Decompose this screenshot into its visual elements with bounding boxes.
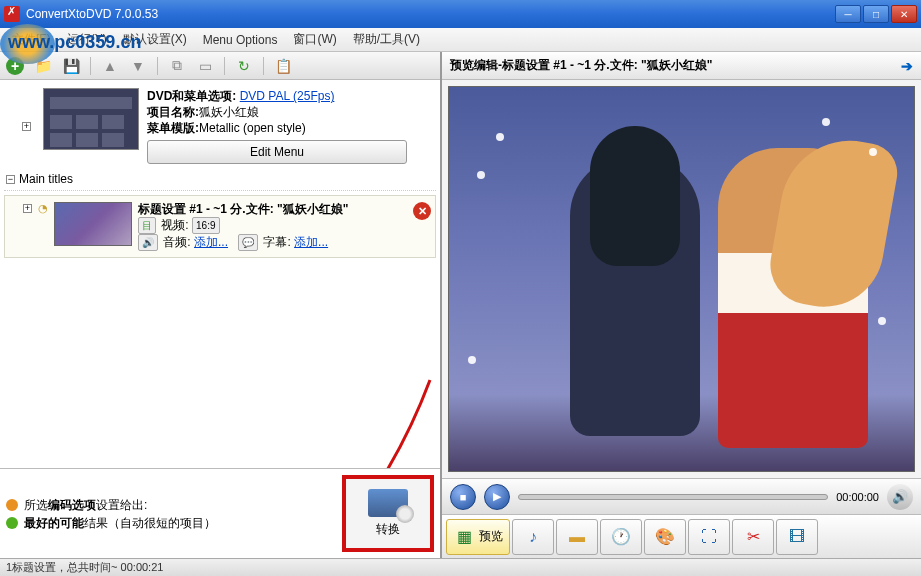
- preview-image: [449, 87, 914, 471]
- convert-button[interactable]: 转换: [342, 475, 434, 552]
- video-label: 视频:: [161, 218, 188, 232]
- move-down-icon[interactable]: ▼: [129, 57, 147, 75]
- preview-tabbar: ▦ 预览 ♪ ▬ 🕐 🎨 ⛶ ✂ 🎞: [442, 514, 921, 558]
- tab-image[interactable]: 🎨: [644, 519, 686, 555]
- move-up-icon[interactable]: ▲: [101, 57, 119, 75]
- subtitle-add-link[interactable]: 添加...: [294, 235, 328, 249]
- menu-window[interactable]: 窗口(W): [285, 28, 344, 51]
- add-button[interactable]: +: [6, 57, 24, 75]
- clock-icon: 🕐: [610, 526, 632, 548]
- batch-icon[interactable]: ▭: [196, 57, 214, 75]
- right-pane: 预览编辑-标题设置 #1 - ~1 分.文件: "狐妖小红娘" ➔ ■ ▶ 00…: [442, 52, 921, 558]
- dvd-format-link[interactable]: DVD PAL (25Fps): [240, 89, 335, 103]
- subtitle-label: 字幕:: [263, 235, 290, 249]
- maximize-button[interactable]: □: [863, 5, 889, 23]
- menu-template-label: 菜单模版:: [147, 121, 199, 135]
- tab-video[interactable]: 🎞: [776, 519, 818, 555]
- convert-icon: [368, 489, 408, 517]
- output-icon: ⛶: [698, 526, 720, 548]
- close-button[interactable]: ✕: [891, 5, 917, 23]
- volume-button[interactable]: 🔊: [887, 484, 913, 510]
- stop-button[interactable]: ■: [450, 484, 476, 510]
- tab-chapters[interactable]: 🕐: [600, 519, 642, 555]
- titlebar: ConvertXtoDVD 7.0.0.53 ─ □ ✕: [0, 0, 921, 28]
- tab-preview[interactable]: ▦ 预览: [446, 519, 510, 555]
- tool-icon[interactable]: 📋: [274, 57, 292, 75]
- menu-options[interactable]: Menu Options: [195, 30, 286, 50]
- time-display: 00:00:00: [836, 491, 879, 503]
- menu-thumbnail[interactable]: [43, 88, 139, 150]
- image-settings-icon: 🎨: [654, 526, 676, 548]
- edit-menu-button[interactable]: Edit Menu: [147, 140, 407, 164]
- tab-audio[interactable]: ♪: [512, 519, 554, 555]
- main-titles-label: Main titles: [19, 172, 73, 186]
- statusbar: 1标题设置，总共时间~ 00:00:21: [0, 558, 921, 576]
- audio-add-link[interactable]: 添加...: [194, 235, 228, 249]
- preview-area[interactable]: [448, 86, 915, 472]
- subtitle-icon: ▬: [566, 526, 588, 548]
- project-name-label: 项目名称:: [147, 105, 199, 119]
- expand-dvd[interactable]: +: [22, 122, 31, 131]
- menu-help[interactable]: 帮助/工具(V): [345, 28, 428, 51]
- status-dot-green: [6, 517, 18, 529]
- menu-defaults[interactable]: 默认设置(X): [115, 28, 195, 51]
- title-thumbnail[interactable]: [54, 202, 132, 246]
- expand-title[interactable]: +: [23, 204, 32, 213]
- window-title: ConvertXtoDVD 7.0.0.53: [26, 7, 835, 21]
- menubar: 文件[F) 运行(Y) 默认设置(X) Menu Options 窗口(W) 帮…: [0, 28, 921, 52]
- preview-title: 预览编辑-标题设置 #1 - ~1 分.文件: "狐妖小红娘": [450, 57, 712, 74]
- project-tree: + DVD和菜单选项: DVD PAL (25Fps) 项目名称:狐妖小红娘 菜…: [0, 80, 440, 468]
- video-badge-icon: 目: [138, 217, 156, 234]
- next-arrow-icon[interactable]: ➔: [901, 58, 913, 74]
- preview-header: 预览编辑-标题设置 #1 - ~1 分.文件: "狐妖小红娘" ➔: [442, 52, 921, 80]
- merge-icon[interactable]: ⧉: [168, 57, 186, 75]
- preview-tab-icon: ▦: [453, 526, 475, 548]
- title-header: 标题设置 #1 - ~1 分.文件: "狐妖小红娘": [138, 202, 348, 216]
- open-folder-icon[interactable]: 📁: [34, 57, 52, 75]
- tab-output[interactable]: ⛶: [688, 519, 730, 555]
- menu-run[interactable]: 运行(Y): [59, 28, 115, 51]
- left-pane: + 📁 💾 ▲ ▼ ⧉ ▭ ↻ 📋 +: [0, 52, 442, 558]
- tab-subtitle[interactable]: ▬: [556, 519, 598, 555]
- refresh-icon[interactable]: ↻: [235, 57, 253, 75]
- convert-label: 转换: [376, 521, 400, 538]
- app-icon: [4, 6, 20, 22]
- subtitle-badge-icon: 💬: [238, 234, 258, 251]
- remove-title-button[interactable]: ✕: [413, 202, 431, 220]
- save-icon[interactable]: 💾: [62, 57, 80, 75]
- project-name-value: 狐妖小红娘: [199, 105, 259, 119]
- disc-icon: ◔: [38, 202, 48, 215]
- minimize-button[interactable]: ─: [835, 5, 861, 23]
- dvd-options-label: DVD和菜单选项:: [147, 89, 236, 103]
- menu-template-value: Metallic (open style): [199, 121, 306, 135]
- seek-bar[interactable]: [518, 494, 828, 500]
- tab-cut[interactable]: ✂: [732, 519, 774, 555]
- preview-tab-label: 预览: [479, 528, 503, 545]
- player-controls: ■ ▶ 00:00:00 🔊: [442, 478, 921, 514]
- main-titles-header[interactable]: − Main titles: [4, 168, 436, 191]
- film-icon: 🎞: [786, 526, 808, 548]
- audio-badge-icon: 🔊: [138, 234, 158, 251]
- title-row[interactable]: + ◔ 标题设置 #1 - ~1 分.文件: "狐妖小红娘" 目 视频: 16:…: [4, 195, 436, 258]
- left-bottom-panel: 所选编码选项设置给出: 最好的可能结果（自动很短的项目） 转换: [0, 468, 440, 558]
- scissors-icon: ✂: [742, 526, 764, 548]
- music-note-icon: ♪: [522, 526, 544, 548]
- play-button[interactable]: ▶: [484, 484, 510, 510]
- left-toolbar: + 📁 💾 ▲ ▼ ⧉ ▭ ↻ 📋: [0, 52, 440, 80]
- encoding-info: 所选编码选项设置给出: 最好的可能结果（自动很短的项目）: [6, 475, 334, 552]
- status-dot-orange: [6, 499, 18, 511]
- menu-file[interactable]: 文件[F): [4, 28, 59, 51]
- video-aspect: 16:9: [192, 217, 219, 234]
- annotation-arrow: [310, 370, 440, 468]
- status-text: 1标题设置，总共时间~ 00:00:21: [6, 561, 163, 573]
- collapse-main-titles[interactable]: −: [6, 175, 15, 184]
- dvd-info: DVD和菜单选项: DVD PAL (25Fps) 项目名称:狐妖小红娘 菜单模…: [147, 88, 418, 164]
- audio-label: 音频:: [163, 235, 190, 249]
